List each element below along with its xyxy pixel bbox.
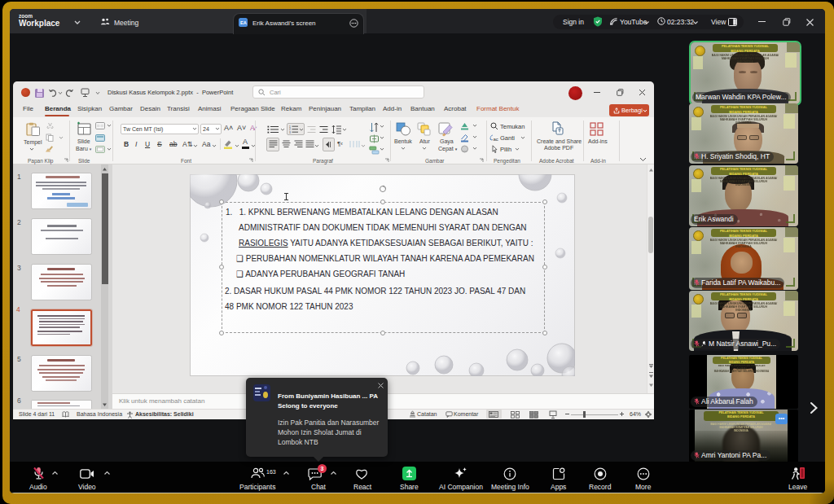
- svg-text:ac: ac: [494, 136, 498, 141]
- svg-text:3: 3: [289, 131, 291, 134]
